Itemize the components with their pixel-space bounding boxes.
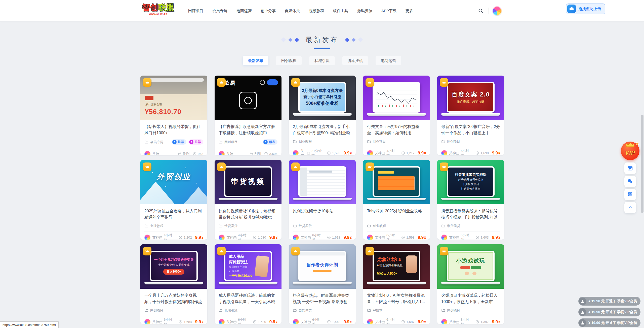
category-link[interactable]: 创业教程 (293, 139, 312, 144)
author-link[interactable]: 艾神 (441, 319, 456, 324)
resource-card[interactable]: 原创短视频带货10步法 带货卖货 艾神 6小时前 (289, 160, 356, 240)
resource-card[interactable]: 一个月十几万点赞妖怪变身十分钟教会你 多渠道变现日入1000+ 一个月十几万点赞… (140, 244, 207, 324)
vip-float-button[interactable]: VIP (621, 142, 639, 160)
card-title[interactable]: 最新“百度文案”2.0推广音乐，2分钟一个作品，小白轻松上手 (441, 123, 500, 136)
card-thumbnail[interactable] (363, 160, 430, 204)
resource-card[interactable]: 尤物计划4.0AI美女热舞引爆流量轻松日入500+ 尤物计划4.0，AI美女热舞… (363, 244, 430, 324)
resource-card[interactable]: 付费文章：吊打97%的权益基金，实操详解：如何利用deepseek来... 网创… (363, 76, 430, 155)
resource-card[interactable]: 百度文案 2.0推广音乐、APP拉新 最新“百度文案”2.0推广音乐，2分钟一个… (437, 76, 504, 155)
author-link[interactable]: 艾神 (219, 151, 233, 155)
category-link[interactable]: 网创项目 (219, 140, 237, 144)
resource-card[interactable]: 创作者伙伴计划 抖音爆火热点、时事军事冲突类视频 十分钟一条视频 条条原创 日.… (289, 244, 356, 324)
resource-card[interactable]: 抖音直播带货实战课起号稳号技巧全揭秘千川投放系列打造高效直播间 抖音直播带货实战… (437, 160, 504, 240)
card-thumbnail[interactable]: 欧易 (215, 76, 281, 120)
card-thumbnail[interactable] (363, 76, 430, 120)
qr-code-button[interactable] (624, 189, 636, 200)
card-thumbnail[interactable]: 2月最新0成本引流方法新手小白也可单日引流500+精准创业粉 (289, 76, 356, 120)
card-thumbnail[interactable]: 抖音直播带货实战课起号稳号技巧全揭秘千川投放系列打造高效直播间 (437, 160, 504, 204)
card-title[interactable]: 成人用品两种新玩法，简单的文字视频引爆流量，一天引流私域30... (219, 292, 277, 305)
tag-badge[interactable]: #推荐 (188, 139, 203, 145)
nav-item[interactable]: 网赚项目 (188, 9, 203, 13)
card-thumbnail[interactable]: 尤物计划4.0AI美女热舞引爆流量轻松日入500+ (363, 244, 430, 289)
nav-item[interactable]: 软件工具 (333, 9, 348, 13)
category-link[interactable]: AI技术 (367, 308, 382, 313)
tag-badge[interactable]: #精品 (263, 139, 277, 145)
card-thumbnail[interactable]: 成人用品两种新玩法简单的文字视频引爆流量一天引流私域300+ (215, 244, 281, 289)
author-link[interactable]: 艾神 (367, 235, 382, 240)
category-link[interactable]: 带货卖货 (441, 224, 460, 228)
card-title[interactable]: 火爆项目小游戏试玩，轻松日入1000+，收益无上限，全新市场！ (441, 292, 500, 305)
card-title[interactable]: 付费文章：吊打97%的权益基金，实操详解：如何利用deepseek来... (367, 123, 426, 136)
nav-item[interactable]: 视频教程 (309, 9, 324, 13)
author-link[interactable]: 艾神 (144, 235, 159, 240)
card-thumbnail[interactable]: 带货视频 (215, 160, 281, 204)
category-link[interactable]: 会员专属 (144, 140, 163, 144)
category-link[interactable]: 带货卖货 (293, 224, 312, 228)
card-title[interactable]: 一个月十几万点赞妖怪变身视频，十分钟教会你(超详细制作流程)... (144, 292, 203, 305)
author-link[interactable]: 艾神 (144, 151, 159, 155)
filter-tab[interactable]: 最新发布 (243, 56, 268, 65)
card-thumbnail[interactable]: 创作者伙伴计划 (289, 244, 356, 289)
nav-item[interactable]: 自媒体类 (285, 9, 300, 13)
filter-tab[interactable]: 私域引流 (309, 56, 335, 65)
author-link[interactable]: 艾神 (441, 235, 456, 240)
category-link[interactable]: 带货卖货 (219, 224, 237, 228)
nav-item[interactable]: 会员专属 (212, 9, 227, 13)
resource-card[interactable]: 小游戏试玩 火爆项目小游戏试玩，轻松日入1000+，收益无上限，全新市场！ 网创… (437, 244, 504, 324)
author-link[interactable]: 艾神 (367, 319, 382, 324)
author-link[interactable]: 艾神 (219, 319, 233, 324)
scrollbar[interactable] (641, 115, 643, 213)
card-thumbnail[interactable]: 累计交易金额¥56,810.70 (140, 76, 207, 120)
resource-card[interactable]: 累计交易金额¥56,810.70 【站长带人】视频号带货，抓住风口日1000+ … (140, 76, 207, 155)
card-title[interactable]: 抖音爆火热点、时事军事冲突类视频 十分钟一条视频 条条原创 日... (293, 292, 352, 305)
nav-item[interactable]: 更多 (406, 9, 413, 13)
author-link[interactable]: 艾神 (219, 235, 233, 240)
resource-card[interactable]: 带货视频 原创短视频带货10步法，短视频带货模式分析 提升短视频数据的... 带… (215, 160, 281, 240)
author-link[interactable]: 艾神 (441, 150, 456, 155)
card-thumbnail[interactable]: 一个月十几万点赞妖怪变身十分钟教会你 多渠道变现日入1000+ (140, 244, 207, 289)
resource-card[interactable]: 成人用品两种新玩法简单的文字视频引爆流量一天引流私域300+ 成人用品两种新玩法… (215, 244, 281, 324)
nav-item[interactable]: APP下载 (381, 9, 396, 13)
filter-tab[interactable]: 电商运营 (376, 56, 401, 65)
card-thumbnail[interactable]: 外贸创业 (140, 160, 207, 204)
card-thumbnail[interactable]: 小游戏试玩 (437, 244, 504, 289)
author-link[interactable]: 艾神 (367, 150, 382, 155)
category-link[interactable]: 私域引流 (219, 308, 237, 313)
nav-item[interactable]: 电商运营 (236, 9, 252, 13)
category-link[interactable]: 创业教程 (367, 224, 386, 228)
resource-card[interactable]: 2月最新0成本引流方法新手小白也可单日引流500+精准创业粉 2月最新0成本引流… (289, 76, 356, 155)
card-title[interactable]: Toby老师·2025外贸创业全攻略 (367, 208, 426, 220)
site-logo[interactable]: 智创联盟 www.ak98.cn (142, 3, 174, 15)
filter-tab[interactable]: 脚本挂机 (342, 56, 368, 65)
card-title[interactable]: 【站长带人】视频号带货，抓住风口日1000+ (144, 123, 203, 136)
nav-item[interactable]: 创业分享 (261, 9, 276, 13)
user-avatar[interactable] (493, 6, 502, 15)
back-to-top-button[interactable] (624, 202, 636, 213)
card-title[interactable]: 2月最新0成本引流方法，新手小白也可单日引流500+精准创业粉 (293, 123, 352, 136)
category-link[interactable]: 网创项目 (144, 308, 163, 313)
card-title[interactable]: 原创短视频带货10步法，短视频带货模式分析 提升短视频数据的... (219, 208, 277, 220)
sign-in-calendar-button[interactable] (624, 162, 636, 174)
contact-chat-button[interactable] (624, 176, 636, 187)
card-title[interactable]: 2025外贸创业全攻略，从入门到精通的全面指导 (144, 208, 203, 220)
card-title[interactable]: 抖音直播带货实战课：起号稳号技巧全揭秘, 千川投放系列, 打造高... (441, 208, 500, 220)
card-title[interactable]: 原创短视频带货10步法 (293, 208, 352, 220)
nav-item[interactable]: 源码资源 (357, 9, 372, 13)
card-thumbnail[interactable]: 百度文案 2.0推广音乐、APP拉新 (437, 76, 504, 120)
category-link[interactable]: 网创项目 (441, 308, 460, 313)
card-title[interactable]: 【广告推荐】欧意最新官方注册下载链接，注册领取虚拟币 (219, 123, 277, 136)
author-link[interactable]: 艾神 (293, 149, 307, 155)
tag-badge[interactable]: #推荐 (172, 139, 186, 145)
category-link[interactable]: 网创项目 (367, 139, 386, 144)
author-link[interactable]: 艾神 (293, 235, 307, 240)
resource-card[interactable]: 欧易 【广告推荐】欧意最新官方注册下载链接，注册领取虚拟币 网创项目 #精品 艾… (215, 76, 281, 155)
filter-tab[interactable]: 网创教程 (276, 56, 302, 65)
resource-card[interactable]: 外贸创业 2025外贸创业全攻略，从入门到精通的全面指导 创业教程 艾神 (140, 160, 207, 240)
card-title[interactable]: 尤物计划4.0，AI美女热舞引爆流量，不限流不封号，轻松月入1... (367, 292, 426, 305)
resource-card[interactable]: Toby老师·2025外贸创业全攻略 创业教程 艾神 6小时前 (363, 160, 430, 240)
category-link[interactable]: 自媒体类 (293, 308, 312, 313)
author-link[interactable]: 艾神 (144, 319, 159, 324)
card-thumbnail[interactable] (289, 160, 356, 204)
upload-button[interactable]: 拖拽至此上传 (566, 4, 605, 14)
category-link[interactable]: 创业教程 (144, 224, 163, 228)
